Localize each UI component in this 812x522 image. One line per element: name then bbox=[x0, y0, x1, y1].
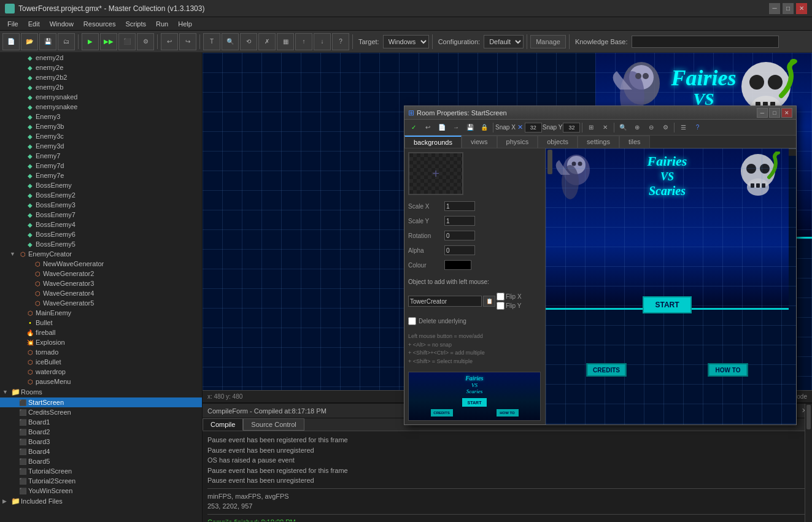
rotation-input[interactable] bbox=[444, 231, 475, 240]
delete-underlying-check[interactable] bbox=[408, 317, 416, 325]
snap-y-input[interactable] bbox=[563, 123, 580, 132]
bottom-scroll-thumb[interactable] bbox=[806, 405, 811, 429]
room-new-btn[interactable]: 📄 bbox=[435, 121, 449, 134]
tree-item-board1[interactable]: ⬛ Board1 bbox=[0, 417, 202, 427]
tree-item-rooms[interactable]: ▼ 📁 Rooms bbox=[0, 386, 202, 397]
build-button[interactable]: ▦ bbox=[277, 33, 294, 50]
tree-item-enemy2b[interactable]: ◆ enemy2b bbox=[0, 82, 202, 92]
tab-views[interactable]: views bbox=[462, 136, 497, 148]
menu-file[interactable]: File bbox=[2, 19, 23, 29]
tab-objects[interactable]: objects bbox=[538, 136, 578, 148]
tree-item-bossenemy4[interactable]: ◆ BossEnemy4 bbox=[0, 220, 202, 229]
tree-item-wavegenerator4[interactable]: ⬡ WaveGenerator4 bbox=[0, 288, 202, 298]
tree-item-board3[interactable]: ⬛ Board3 bbox=[0, 437, 202, 447]
room-save-btn[interactable]: 💾 bbox=[463, 121, 477, 134]
text-button[interactable]: T bbox=[203, 33, 220, 50]
flip-x-check[interactable] bbox=[497, 293, 505, 301]
snap-x-input[interactable] bbox=[525, 123, 542, 132]
tree-item-mainenemy[interactable]: ⬡ MainEnemy bbox=[0, 308, 202, 318]
room-zoom-btn[interactable]: 🔍 bbox=[616, 121, 630, 134]
tree-item-wavegenerator2[interactable]: ⬡ WaveGenerator2 bbox=[0, 269, 202, 278]
tab-compile[interactable]: Compile bbox=[203, 418, 243, 431]
room-maximize-btn[interactable]: □ bbox=[769, 108, 780, 118]
room-grid-btn[interactable]: ⊞ bbox=[584, 121, 598, 134]
object-field[interactable] bbox=[408, 296, 482, 307]
tree-item-startscreen[interactable]: ⬛ StartScreen bbox=[0, 397, 202, 407]
room-lock-btn[interactable]: 🔒 bbox=[478, 121, 491, 134]
scale-x-input[interactable] bbox=[444, 201, 475, 211]
flip-y-check[interactable] bbox=[497, 302, 505, 310]
tree-item-enemy7e[interactable]: ◆ Enemy7e bbox=[0, 171, 202, 180]
tree-item-wavegenerator5[interactable]: ⬡ WaveGenerator5 bbox=[0, 298, 202, 308]
menu-resources[interactable]: Resources bbox=[79, 19, 121, 29]
room-zoom-in[interactable]: ⊕ bbox=[630, 121, 644, 134]
room-list-btn[interactable]: ☰ bbox=[676, 121, 690, 134]
export-button[interactable]: ↓ bbox=[314, 33, 331, 50]
mini-start-btn[interactable]: START bbox=[462, 398, 487, 407]
menu-edit[interactable]: Edit bbox=[23, 19, 45, 29]
tree-item-enemy3d[interactable]: ◆ Enemy3d bbox=[0, 141, 202, 151]
tree-item-enemy3c[interactable]: ◆ Enemy3c bbox=[0, 131, 202, 141]
tree-item-icebullet[interactable]: ⬡ iceBullet bbox=[0, 357, 202, 367]
stop-button[interactable]: ⬛ bbox=[118, 33, 136, 50]
redo-button[interactable]: ↪ bbox=[179, 33, 196, 50]
room-close-btn[interactable]: ✕ bbox=[781, 108, 792, 118]
tab-settings[interactable]: settings bbox=[578, 136, 619, 148]
room-vscroll-thumb[interactable] bbox=[547, 150, 552, 174]
menu-scripts[interactable]: Scripts bbox=[120, 19, 151, 29]
tree-item-enemy2b2[interactable]: ◆ enemy2b2 bbox=[0, 72, 202, 82]
tree-item-bossenemy[interactable]: ◆ BossEnemy bbox=[0, 180, 202, 190]
target-select[interactable]: Windows bbox=[383, 35, 429, 48]
rw-credits-btn[interactable]: CREDITS bbox=[587, 363, 627, 377]
room-ok-btn[interactable]: ✓ bbox=[407, 121, 420, 134]
room-zoom-fit[interactable]: ⚙ bbox=[659, 121, 672, 134]
save-all-button[interactable]: 🗂 bbox=[58, 33, 75, 50]
tree-item-bossenemy7[interactable]: ◆ BossEnemy7 bbox=[0, 210, 202, 220]
tree-item-creditsscreen[interactable]: ⬛ CreditsScreen bbox=[0, 407, 202, 417]
undo-button[interactable]: ↩ bbox=[161, 33, 178, 50]
import-button[interactable]: ↑ bbox=[295, 33, 312, 50]
tab-physics[interactable]: physics bbox=[497, 136, 538, 148]
manage-button[interactable]: Manage bbox=[530, 35, 566, 48]
tree-item-bossenemy2[interactable]: ◆ BossEnemy2 bbox=[0, 190, 202, 200]
room-zoom-out[interactable]: ⊖ bbox=[644, 121, 658, 134]
menu-run[interactable]: Run bbox=[151, 19, 173, 29]
run-debug-button[interactable]: ▶▶ bbox=[100, 33, 117, 50]
room-open-btn[interactable]: → bbox=[449, 121, 463, 134]
compile-button[interactable]: ⚙ bbox=[137, 33, 154, 50]
alpha-input[interactable] bbox=[444, 245, 475, 255]
tab-tiles[interactable]: tiles bbox=[619, 136, 650, 148]
maximize-button[interactable]: □ bbox=[783, 3, 794, 14]
rw-start-btn[interactable]: START bbox=[643, 296, 692, 313]
tree-item-waterdrop[interactable]: ⬡ waterdrop bbox=[0, 367, 202, 377]
tree-item-enemysnaked[interactable]: ◆ enemysnaked bbox=[0, 92, 202, 102]
knowledge-input[interactable] bbox=[632, 36, 779, 48]
clean-button[interactable]: ✗ bbox=[258, 33, 276, 50]
menu-window[interactable]: Window bbox=[45, 19, 79, 29]
tree-item-bullet[interactable]: • Bullet bbox=[0, 318, 202, 328]
tree-item-enemysnakee[interactable]: ◆ enemysnakee bbox=[0, 102, 202, 112]
tree-item-board4[interactable]: ⬛ Board4 bbox=[0, 447, 202, 456]
tree-item-bossenemy5[interactable]: ◆ BossEnemy5 bbox=[0, 239, 202, 249]
colour-swatch[interactable] bbox=[444, 260, 471, 270]
mini-credits-btn[interactable]: CREDITS bbox=[431, 409, 453, 416]
tree-item-pausemenu[interactable]: ⬡ pauseMenu bbox=[0, 377, 202, 386]
run-button[interactable]: ▶ bbox=[82, 33, 99, 50]
tree-item-newwavegenerator[interactable]: ⬡ NewWaveGenerator bbox=[0, 259, 202, 269]
object-picker-btn[interactable]: 📋 bbox=[483, 296, 495, 307]
tab-source-control[interactable]: Source Control bbox=[243, 418, 304, 431]
menu-help[interactable]: Help bbox=[173, 19, 197, 29]
tree-item-board2[interactable]: ⬛ Board2 bbox=[0, 427, 202, 437]
tree-item-enemy2e[interactable]: ◆ enemy2e bbox=[0, 63, 202, 72]
room-canvas[interactable]: Fairies VS Scaries START CREDITS HOW TO bbox=[546, 148, 796, 424]
scale-y-input[interactable] bbox=[444, 216, 475, 226]
tree-item-tutorial2screen[interactable]: ⬛ Tutorial2Screen bbox=[0, 476, 202, 486]
room-undo-btn[interactable]: ↩ bbox=[421, 121, 435, 134]
tree-item-enemycreator[interactable]: ▼ ⬡ EnemyCreator bbox=[0, 249, 202, 259]
tree-item-enemy2d[interactable]: ◆ enemy2d bbox=[0, 53, 202, 63]
bottom-vscroll[interactable] bbox=[805, 404, 812, 522]
tree-item-tornado[interactable]: ⬡ tornado bbox=[0, 347, 202, 357]
tab-backgrounds[interactable]: backgrounds bbox=[404, 136, 462, 148]
config-select[interactable]: Default bbox=[484, 35, 524, 48]
tree-item-bossenemy3[interactable]: ◆ BossEnemy3 bbox=[0, 200, 202, 210]
